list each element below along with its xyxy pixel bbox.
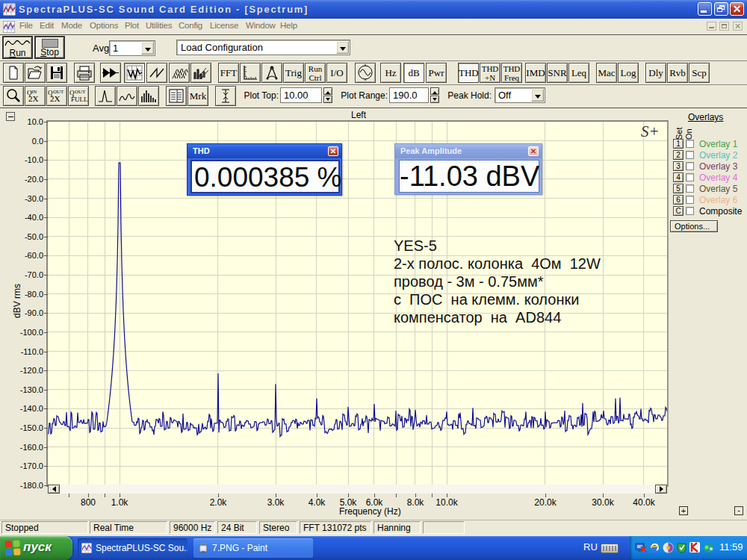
svg-text:OUT: OUT	[75, 89, 86, 95]
